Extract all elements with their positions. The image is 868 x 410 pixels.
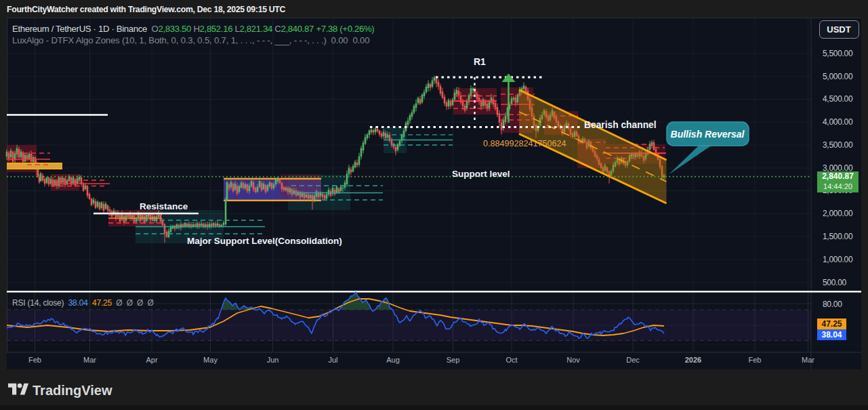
svg-text:R1: R1 [474,56,486,67]
svg-text:TradingView: TradingView [33,383,112,398]
svg-text:Major Support Level(Consolidat: Major Support Level(Consolidation) [187,236,342,246]
svg-text:Resistance: Resistance [140,201,188,211]
svg-text:Bullish Reversal: Bullish Reversal [671,129,745,140]
svg-text:Bearish channel: Bearish channel [584,120,657,130]
svg-text:0.8849928241750624: 0.8849928241750624 [483,139,566,148]
svg-text:Support level: Support level [452,169,510,179]
